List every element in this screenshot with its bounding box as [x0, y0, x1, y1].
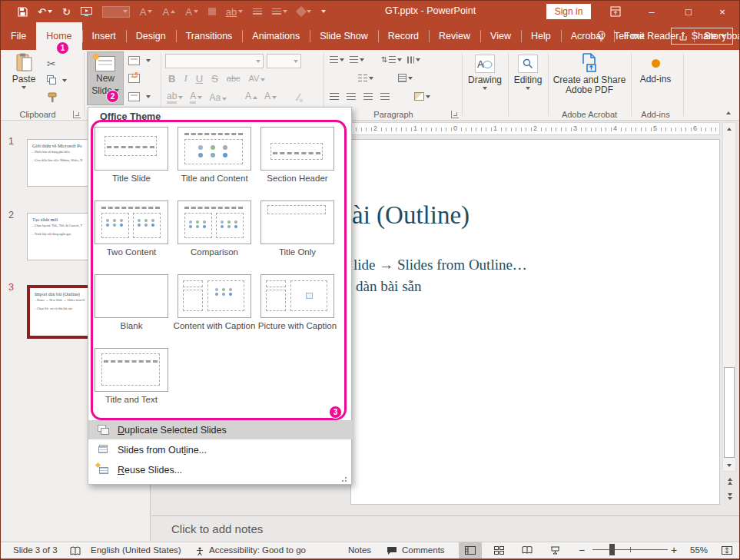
- zoom-level[interactable]: 55%: [690, 545, 708, 555]
- reading-view-button[interactable]: [516, 542, 539, 558]
- font-name-box-disabled: [102, 6, 130, 18]
- scroll-down-icon[interactable]: [723, 459, 735, 471]
- customize-qat-icon[interactable]: [321, 10, 326, 13]
- align-text-button[interactable]: [398, 74, 413, 82]
- convert-to-smartart-button[interactable]: [414, 92, 430, 101]
- previous-slide-button[interactable]: [724, 475, 735, 487]
- drawing-button[interactable]: A Drawing: [465, 55, 505, 90]
- clipboard-dialog-launcher-icon[interactable]: [73, 111, 81, 118]
- collapse-ribbon-icon[interactable]: [726, 111, 731, 114]
- menu-item-duplicate-selected-slides[interactable]: Duplicate Selected Slides: [88, 420, 353, 439]
- layout-content-with-caption[interactable]: Content with Caption: [178, 274, 251, 318]
- tab-help[interactable]: Help: [521, 22, 561, 50]
- layout-thumbnail: [95, 274, 168, 318]
- maximize-button[interactable]: □: [675, 1, 702, 22]
- decrease-font-size-button: A: [264, 91, 277, 104]
- save-icon[interactable]: [18, 7, 28, 17]
- section-button[interactable]: [128, 92, 151, 101]
- tab-insert[interactable]: Insert: [82, 22, 126, 50]
- layout-picture-with-caption[interactable]: Picture with Caption: [260, 274, 334, 318]
- copy-icon[interactable]: [47, 75, 57, 84]
- layout-label: Blank: [88, 321, 174, 331]
- normal-view-button[interactable]: [459, 542, 482, 558]
- italic-button: I: [184, 72, 187, 84]
- next-slide-button[interactable]: [724, 490, 735, 502]
- spell-check-icon[interactable]: [70, 546, 81, 556]
- columns-button[interactable]: [358, 75, 373, 82]
- justify-icon[interactable]: [380, 93, 390, 101]
- tab-transitions[interactable]: Transitions: [176, 22, 243, 50]
- language-indicator[interactable]: English (United States): [91, 545, 181, 555]
- fit-to-window-icon[interactable]: [715, 542, 738, 558]
- editing-button[interactable]: Editing: [511, 55, 545, 90]
- align-right-icon[interactable]: [363, 93, 373, 101]
- paste-button[interactable]: Paste: [7, 53, 41, 89]
- close-button[interactable]: ×: [709, 1, 735, 22]
- minimize-button[interactable]: –: [639, 1, 665, 22]
- notes-pane[interactable]: Click to add notes: [151, 516, 740, 542]
- ruler-number: 1: [412, 124, 419, 132]
- accessibility-icon[interactable]: [194, 546, 205, 556]
- zoom-in-button[interactable]: +: [671, 544, 677, 556]
- slide-number: 2: [8, 210, 14, 220]
- cut-icon[interactable]: ✂: [47, 58, 56, 70]
- undo-button[interactable]: ↶: [38, 7, 52, 17]
- layout-section-header[interactable]: Section Header: [260, 127, 334, 171]
- vertical-scrollbar[interactable]: [722, 122, 736, 472]
- scroll-up-icon[interactable]: [723, 123, 735, 134]
- align-center-icon[interactable]: [347, 93, 356, 101]
- tab-slide-show[interactable]: Slide Show: [310, 22, 378, 50]
- numbering-button[interactable]: [350, 56, 364, 64]
- ribbon-display-options-icon[interactable]: [602, 1, 629, 22]
- redo-button[interactable]: ↻: [62, 7, 71, 17]
- slide-indicator: Slide 3 of 3: [13, 545, 58, 555]
- sign-in-button[interactable]: Sign in: [546, 4, 591, 19]
- format-painter-icon[interactable]: [47, 92, 58, 103]
- tab-record[interactable]: Record: [378, 22, 429, 50]
- layout-title-slide[interactable]: Title Slide: [95, 127, 168, 171]
- add-ins-button[interactable]: Add-ins: [634, 56, 677, 84]
- notes-status-label[interactable]: Notes: [348, 545, 371, 555]
- line-spacing-button[interactable]: ⇅: [381, 55, 402, 64]
- accessibility-status[interactable]: Accessibility: Good to go: [209, 545, 306, 555]
- bullets-button[interactable]: [330, 56, 344, 64]
- zoom-out-button[interactable]: −: [579, 544, 585, 556]
- highlight-color-button: ab: [167, 91, 183, 104]
- layout-button[interactable]: [128, 56, 151, 65]
- layout-title-and-text[interactable]: Title and Text: [95, 348, 168, 392]
- tab-review[interactable]: Review: [429, 22, 480, 50]
- create-and-share-adobe-pdf-button[interactable]: Create and Share Adobe PDF: [551, 53, 628, 95]
- start-slideshow-icon[interactable]: [81, 7, 92, 16]
- layout-title-only[interactable]: Title Only: [260, 200, 334, 244]
- tab-animations[interactable]: Animations: [242, 22, 310, 50]
- tab-file[interactable]: File: [1, 22, 36, 50]
- layout-comparison[interactable]: Comparison: [178, 200, 251, 244]
- share-button[interactable]: Share: [671, 28, 733, 45]
- tab-design[interactable]: Design: [126, 22, 176, 50]
- layout-two-content[interactable]: Two Content: [95, 200, 168, 244]
- paragraph-dialog-launcher-icon[interactable]: [451, 111, 459, 118]
- copy-dropdown-icon[interactable]: [62, 79, 67, 82]
- layout-blank[interactable]: Blank: [95, 274, 168, 318]
- slide-show-button[interactable]: [543, 542, 566, 558]
- grow-font-icon: A: [162, 7, 175, 17]
- reset-button[interactable]: ↺: [128, 74, 140, 83]
- layout-label: Comparison: [171, 247, 257, 257]
- slide-canvas[interactable]: ài (Outline) lide → Slides from Outline……: [350, 139, 720, 505]
- comments-icon[interactable]: [387, 546, 397, 555]
- comments-label[interactable]: Comments: [402, 545, 445, 555]
- zoom-slider-thumb[interactable]: [609, 544, 615, 555]
- menu-item-label: Reuse Slides...: [118, 465, 182, 476]
- tell-me-label[interactable]: Tell me: [614, 31, 645, 41]
- menu-item-reuse-slides[interactable]: Reuse Slides...: [88, 460, 353, 479]
- layout-title-and-content[interactable]: Title and Content: [178, 127, 251, 171]
- text-direction-button[interactable]: [407, 56, 420, 64]
- tab-view[interactable]: View: [480, 22, 521, 50]
- quick-access-toolbar: ↶ ↻ A A A ab: [1, 6, 326, 18]
- slide-sorter-view-button[interactable]: [487, 542, 510, 558]
- slide-number: 3: [8, 282, 14, 293]
- menu-item-slides-from-outline[interactable]: Slides from Outline...: [88, 440, 353, 459]
- scrollbar-thumb[interactable]: [724, 367, 735, 458]
- resize-grip[interactable]: [340, 476, 347, 482]
- align-left-icon[interactable]: [330, 93, 339, 101]
